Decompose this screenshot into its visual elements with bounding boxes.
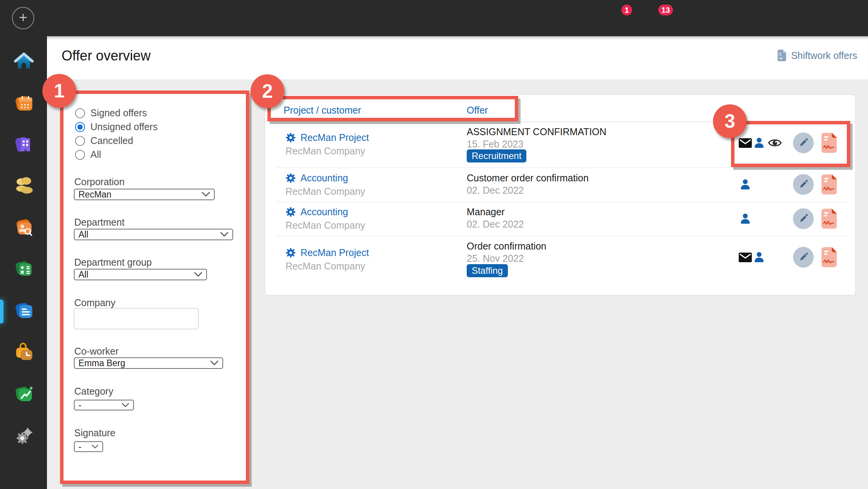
sidebar-item-company[interactable] xyxy=(13,133,35,156)
email-icon xyxy=(739,138,752,148)
coworker-select[interactable]: Emma Berg xyxy=(74,357,223,369)
pdf-icon xyxy=(820,208,838,229)
pdf-action-button[interactable] xyxy=(820,174,838,195)
edit-action-button[interactable] xyxy=(793,208,814,229)
row-divider xyxy=(276,236,850,236)
calculator-icon xyxy=(13,259,35,280)
view-action-button[interactable] xyxy=(768,138,782,148)
calendar-icon xyxy=(13,93,35,114)
corporation-select[interactable]: RecMan xyxy=(74,189,215,200)
pdf-action-button[interactable] xyxy=(820,208,838,229)
eye-icon xyxy=(768,138,782,148)
column-header-offer[interactable]: Offer xyxy=(467,105,488,116)
sidebar-item-home[interactable] xyxy=(13,50,35,72)
page-header xyxy=(47,36,868,79)
person-icon xyxy=(739,179,751,190)
email-action-button[interactable] xyxy=(739,253,752,262)
sidebar-item-reports[interactable] xyxy=(13,383,35,405)
chart-icon xyxy=(13,383,35,405)
offer-title: Customer order confirmation xyxy=(467,172,589,184)
active-item-indicator xyxy=(0,300,3,323)
email-action-button[interactable] xyxy=(739,138,752,148)
add-button[interactable]: + xyxy=(12,7,34,29)
coins-icon xyxy=(13,175,35,196)
signature-label: Signature xyxy=(74,427,115,439)
sidebar xyxy=(0,0,47,489)
person-search-icon xyxy=(13,217,35,238)
radio-cancelled[interactable]: Cancelled xyxy=(75,135,133,146)
chevron-down-icon xyxy=(220,232,229,237)
row-divider xyxy=(276,202,850,202)
offer-date: 02. Dec 2022 xyxy=(467,185,524,196)
contact-action-button[interactable] xyxy=(753,137,765,149)
project-link[interactable]: Accounting xyxy=(285,172,348,184)
department-label: Department xyxy=(74,217,125,228)
pencil-icon xyxy=(798,179,809,190)
category-select[interactable]: - xyxy=(74,400,134,410)
pencil-icon xyxy=(798,137,809,148)
pdf-icon xyxy=(820,246,838,268)
chevron-down-icon xyxy=(202,192,210,197)
sidebar-item-recruitment-search[interactable] xyxy=(13,216,35,239)
tasks-badge: 1 xyxy=(620,3,634,17)
annotation-circle-2: 2 xyxy=(250,74,284,108)
top-bar xyxy=(0,0,868,36)
sidebar-item-payroll[interactable] xyxy=(13,258,35,281)
corporation-label: Corporation xyxy=(74,176,125,188)
sidebar-item-candidates[interactable] xyxy=(13,174,35,197)
company-input[interactable] xyxy=(74,308,199,329)
pdf-action-button[interactable] xyxy=(820,246,838,268)
category-badge: Recruitment xyxy=(467,149,526,162)
edit-action-button[interactable] xyxy=(793,132,814,153)
radio-icon xyxy=(75,136,85,146)
project-company: RecMan Company xyxy=(285,146,365,157)
sidebar-item-schedule[interactable] xyxy=(13,92,35,115)
header-divider xyxy=(265,122,855,122)
person-icon xyxy=(753,251,765,263)
email-icon xyxy=(739,253,752,262)
person-icon xyxy=(753,137,765,149)
column-header-project-customer[interactable]: Project / customer xyxy=(284,105,361,116)
chevron-down-icon xyxy=(92,444,98,449)
project-link[interactable]: RecMan Project xyxy=(285,247,369,258)
project-link[interactable]: RecMan Project xyxy=(285,132,369,143)
contact-action-button[interactable] xyxy=(753,251,765,263)
home-icon xyxy=(13,50,35,72)
edit-action-button[interactable] xyxy=(793,174,814,195)
sidebar-item-offers[interactable] xyxy=(13,300,35,322)
radio-all[interactable]: All xyxy=(75,149,101,160)
category-badge: Staffing xyxy=(467,264,508,277)
building-icon xyxy=(13,134,35,155)
offer-title: ASSIGNMENT CONFIRMATION xyxy=(467,126,606,137)
offer-date: 15. Feb 2023 xyxy=(467,139,523,150)
project-gear-icon xyxy=(285,248,296,258)
shiftwork-document-icon xyxy=(776,49,786,62)
edit-action-button[interactable] xyxy=(793,247,814,268)
sidebar-item-settings[interactable] xyxy=(13,424,35,447)
sidebar-item-time-tracking[interactable] xyxy=(13,341,35,363)
department-group-select[interactable]: All xyxy=(74,269,207,280)
pdf-action-button[interactable] xyxy=(820,132,838,154)
department-select[interactable]: All xyxy=(74,229,233,240)
annotation-circle-1: 1 xyxy=(42,74,76,108)
project-company: RecMan Company xyxy=(285,220,365,231)
contact-action-button[interactable] xyxy=(739,179,751,190)
pdf-icon xyxy=(820,174,838,195)
offer-title: Manager xyxy=(467,206,505,218)
shiftwork-offers-link[interactable]: Shiftwork offers xyxy=(776,49,857,62)
radio-icon xyxy=(75,150,85,160)
briefcase-clock-icon xyxy=(13,342,35,363)
inbox-badge: 13 xyxy=(657,3,674,17)
project-gear-icon xyxy=(285,132,296,143)
page-title: Offer overview xyxy=(62,48,150,64)
radio-unsigned-offers[interactable]: Unsigned offers xyxy=(75,121,158,132)
chevron-down-icon xyxy=(122,403,129,408)
signature-select[interactable]: - xyxy=(74,441,103,452)
plus-icon: + xyxy=(19,10,27,25)
radio-signed-offers[interactable]: Signed offers xyxy=(75,107,147,119)
pencil-icon xyxy=(798,252,809,263)
project-company: RecMan Company xyxy=(285,186,365,197)
project-link[interactable]: Accounting xyxy=(285,206,348,218)
contact-action-button[interactable] xyxy=(739,213,751,224)
offer-title: Order confirmation xyxy=(467,241,546,252)
